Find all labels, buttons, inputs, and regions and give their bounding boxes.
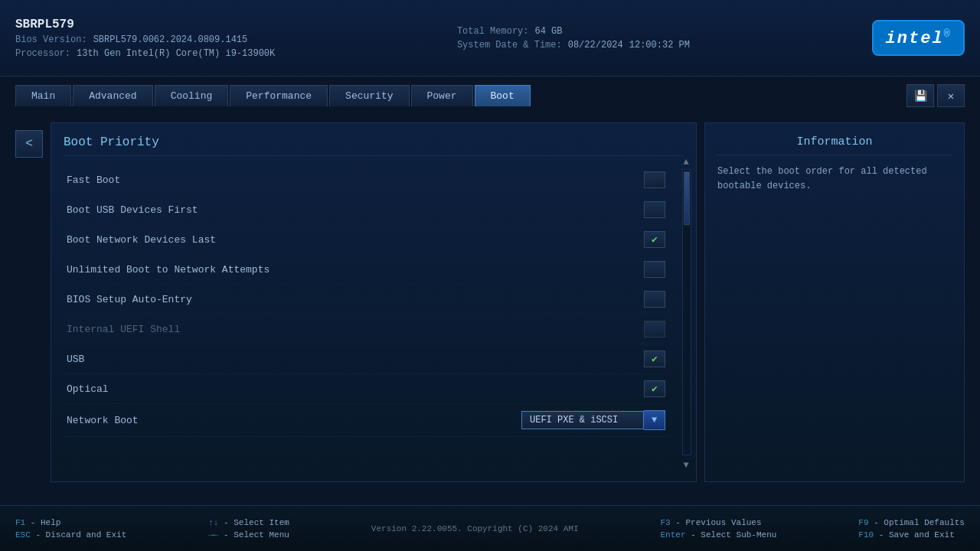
dropdown-arrow-icon[interactable]: ▼ xyxy=(644,410,665,430)
list-item: Network Boot UEFI PXE & iSCSI ▼ xyxy=(64,404,668,437)
f1-key: F1 xyxy=(15,518,25,527)
enter-key: Enter xyxy=(661,530,686,540)
header: SBRPL579 Bios Version: SBRPL579.0062.202… xyxy=(0,0,980,77)
tab-boot[interactable]: Boot xyxy=(475,85,531,106)
f10-desc: - Save and Exit xyxy=(879,530,955,540)
scrollbar-track xyxy=(682,169,691,455)
processor-info-row: Processor: 13th Gen Intel(R) Core(TM) i9… xyxy=(15,48,275,59)
list-item: Boot Network Devices Last ✔ xyxy=(64,225,668,255)
list-item: Optical ✔ xyxy=(64,374,668,404)
unlimited-boot-label: Unlimited Boot to Network Attempts xyxy=(67,264,270,276)
datetime-info-row: System Date & Time: 08/22/2024 12:00:32 … xyxy=(457,40,690,51)
header-center: Total Memory: 64 GB System Date & Time: … xyxy=(457,26,690,51)
datetime-label: System Date & Time: xyxy=(457,40,562,51)
content-panel: Boot Priority ▲ Fast Boot Boot USB Devic… xyxy=(51,122,697,482)
f3-desc: - Previous Values xyxy=(675,518,761,527)
list-item: Fast Boot xyxy=(64,165,668,195)
save-icon-button[interactable]: 💾 xyxy=(906,84,934,107)
intel-logo: intel® xyxy=(872,20,965,56)
f10-key: F10 xyxy=(858,530,874,540)
info-title: Information xyxy=(717,135,952,155)
tab-security[interactable]: Security xyxy=(329,85,409,106)
date-value: 08/22/2024 xyxy=(568,40,623,51)
f9-defaults: F9 - Optimal Defaults xyxy=(858,518,965,527)
bios-version: SBRPL579.0062.2024.0809.1415 xyxy=(93,34,248,45)
list-item: BIOS Setup Auto-Entry xyxy=(64,285,668,315)
tab-performance[interactable]: Performance xyxy=(230,85,328,106)
memory-label: Total Memory: xyxy=(457,26,529,37)
optical-checkbox[interactable]: ✔ xyxy=(644,380,665,397)
esc-desc: - Discard and Exit xyxy=(35,530,126,540)
tab-main[interactable]: Main xyxy=(15,85,71,106)
f10-save: F10 - Save and Exit xyxy=(858,530,965,540)
network-boot-label: Network Boot xyxy=(67,415,139,426)
f3-previous: F3 - Previous Values xyxy=(661,518,777,527)
scrollbar-thumb[interactable] xyxy=(684,171,690,225)
leftright-desc: - Select Menu xyxy=(224,530,289,540)
footer: F1 - Help ESC - Discard and Exit ↑↓ - Se… xyxy=(0,505,980,551)
updown-desc: - Select Item xyxy=(224,518,289,527)
usb-label: USB xyxy=(67,354,84,365)
footer-col-left: F1 - Help ESC - Discard and Exit xyxy=(15,518,126,540)
esc-key: ESC xyxy=(15,530,31,540)
nav-bar: Main Advanced Cooling Performance Securi… xyxy=(0,77,980,115)
footer-col-center-right: F3 - Previous Values Enter - Select Sub-… xyxy=(661,518,777,540)
memory-info-row: Total Memory: 64 GB xyxy=(457,26,690,37)
bios-info-row: Bios Version: SBRPL579.0062.2024.0809.14… xyxy=(15,34,275,45)
memory-value: 64 GB xyxy=(535,26,563,37)
boot-options-list: Fast Boot Boot USB Devices First Boot Ne… xyxy=(64,165,684,468)
info-panel: Information Select the boot order for al… xyxy=(704,122,965,482)
internal-uefi-checkbox xyxy=(644,321,665,337)
network-boot-dropdown[interactable]: UEFI PXE & iSCSI ▼ xyxy=(521,410,665,430)
leftright-key: →← xyxy=(208,530,218,540)
scroll-up-arrow[interactable]: ▲ xyxy=(681,157,691,168)
updown-key: ↑↓ xyxy=(208,518,218,527)
footer-version: Version 2.22.0055. Copyright (C) 2024 AM… xyxy=(371,524,579,533)
leftright-select: →← - Select Menu xyxy=(208,530,289,540)
close-icon-button[interactable]: ✕ xyxy=(937,84,965,107)
boot-usb-label: Boot USB Devices First xyxy=(67,204,198,216)
version-text: Version 2.22.0055. Copyright (C) 2024 AM… xyxy=(371,524,579,533)
back-button[interactable]: < xyxy=(15,130,43,158)
tab-advanced[interactable]: Advanced xyxy=(73,85,152,106)
bios-auto-entry-label: BIOS Setup Auto-Entry xyxy=(67,294,192,305)
bios-auto-entry-checkbox[interactable] xyxy=(644,291,665,308)
f3-key: F3 xyxy=(661,518,671,527)
scroll-down-arrow[interactable]: ▼ xyxy=(681,460,691,471)
boot-usb-checkbox[interactable] xyxy=(644,201,665,218)
list-item: USB ✔ xyxy=(64,344,668,374)
list-item: Internal UEFI Shell xyxy=(64,315,668,344)
boot-network-last-checkbox[interactable]: ✔ xyxy=(644,231,665,248)
tab-power[interactable]: Power xyxy=(411,85,473,106)
time-value: 12:00:32 PM xyxy=(629,40,690,51)
list-item: Unlimited Boot to Network Attempts xyxy=(64,255,668,285)
updown-select: ↑↓ - Select Item xyxy=(208,518,289,527)
header-right: intel® xyxy=(872,20,965,56)
f9-desc: - Optimal Defaults xyxy=(874,518,965,527)
f9-key: F9 xyxy=(858,518,868,527)
enter-submenu: Enter - Select Sub-Menu xyxy=(661,530,777,540)
f1-desc: - Help xyxy=(31,518,61,527)
model-name: SBRPL579 xyxy=(15,18,275,31)
esc-discard: ESC - Discard and Exit xyxy=(15,530,126,540)
tab-cooling[interactable]: Cooling xyxy=(155,85,229,106)
bios-label: Bios Version: xyxy=(15,34,87,45)
f1-help: F1 - Help xyxy=(15,518,126,527)
header-left: SBRPL579 Bios Version: SBRPL579.0062.202… xyxy=(15,18,275,59)
usb-checkbox[interactable]: ✔ xyxy=(644,350,665,367)
footer-col-center-left: ↑↓ - Select Item →← - Select Menu xyxy=(208,518,289,540)
unlimited-boot-checkbox[interactable] xyxy=(644,261,665,278)
processor-value: 13th Gen Intel(R) Core(TM) i9-13900K xyxy=(77,48,275,59)
fast-boot-checkbox[interactable] xyxy=(644,171,665,188)
fast-boot-label: Fast Boot xyxy=(67,174,120,186)
footer-col-right: F9 - Optimal Defaults F10 - Save and Exi… xyxy=(858,518,965,540)
nav-tabs: Main Advanced Cooling Performance Securi… xyxy=(15,85,531,106)
list-item: Boot USB Devices First xyxy=(64,195,668,225)
panel-title: Boot Priority xyxy=(64,135,684,156)
internal-uefi-label: Internal UEFI Shell xyxy=(67,324,180,335)
nav-actions: 💾 ✕ xyxy=(906,84,965,107)
boot-network-last-label: Boot Network Devices Last xyxy=(67,234,216,246)
processor-label: Processor: xyxy=(15,48,70,59)
info-text: Select the boot order for all detected b… xyxy=(717,165,952,194)
main-content: < Boot Priority ▲ Fast Boot Boot USB Dev… xyxy=(0,115,980,490)
